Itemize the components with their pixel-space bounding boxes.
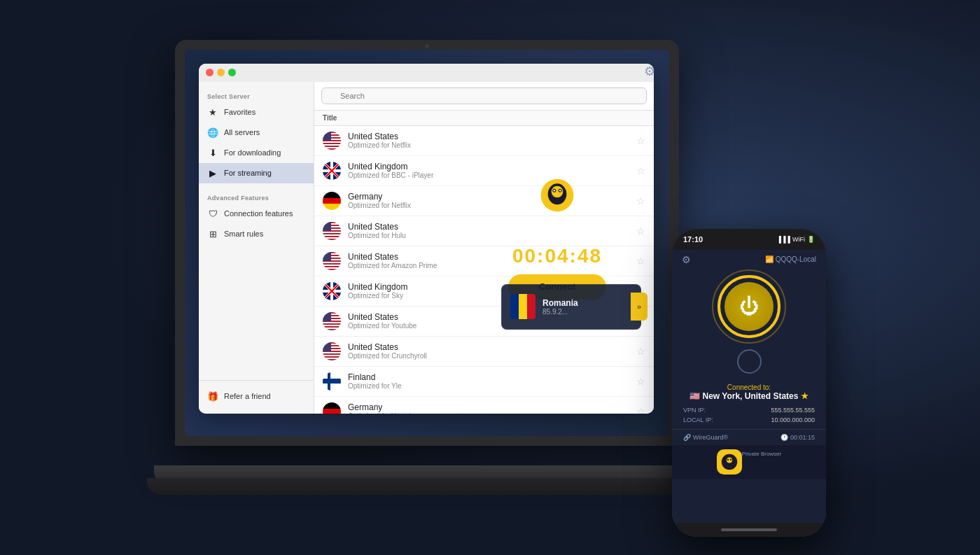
vpn-ip-label: VPN IP: [683,407,706,414]
phone-power-circle: ⏻ [718,275,780,338]
sidebar-label-favorites: Favorites [224,108,255,116]
flag-us [323,252,341,270]
battery-icon: 🔋 [807,236,815,243]
conn-time-value: 00:01:15 [790,434,815,441]
location-text: New York, United States [703,391,799,401]
vpn-status-panel: ⚙ VPN connected! 00:04:48 Connect [459,64,655,414]
laptop-screen-inner: Select Server ★ Favorites 🌐 All servers … [185,50,669,436]
phone-wireguard: 🔗 WireGuard® [683,434,728,441]
phone-power-button[interactable]: ⏻ [724,282,774,331]
phone-screen: ⚙ 📶 QQQQ-Local ⏻ [672,250,826,523]
minimize-button[interactable] [217,69,225,76]
advanced-section-label: Advanced Features [199,190,314,204]
clock-icon: 🕐 [780,434,788,441]
flag-us [323,132,341,150]
phone-top-bar: ⚙ 📶 QQQQ-Local [672,250,826,269]
vpn-connected-text: VPN connected! [498,220,617,238]
play-icon: ▶ [207,168,218,178]
sidebar-label-for-downloading: For downloading [224,148,281,157]
gear-icon[interactable]: ⚙ [644,64,655,79]
sidebar-label-refer-friend: Refer a friend [224,392,271,400]
wifi-signal-icon: 📶 [765,255,774,263]
romania-flag [510,294,536,319]
expand-button[interactable]: » [631,293,648,321]
vpn-ip-section: VPN IP: 555.555.55.555 LOCAL IP: 10.000.… [672,401,826,429]
phone-device: 17:10 ▐▐▐ WiFi 🔋 ⚙ 📶 QQQQ-Local [672,229,826,537]
cyberghost-phone-icon[interactable] [717,449,742,475]
svg-point-9 [727,458,729,460]
favorite-star: ★ [801,391,808,401]
romania-ip: 85.9.2... [542,308,578,316]
close-button[interactable] [206,69,214,76]
sidebar-item-refer-friend[interactable]: 🎁 Refer a friend [199,386,314,407]
cyberghost-logo [540,178,575,213]
sidebar-label-smart-rules: Smart rules [224,230,263,238]
sidebar-item-all-servers[interactable]: 🌐 All servers [199,122,314,143]
home-indicator [721,528,777,531]
phone-status-icons: ▐▐▐ WiFi 🔋 [777,236,815,243]
romania-name: Romania [542,298,578,308]
local-ip-row: LOCAL IP: 10.000.000.000 [683,416,815,423]
flag-us [323,312,341,330]
wireguard-label: WireGuard® [693,434,728,441]
laptop-screen-outer: Select Server ★ Favorites 🌐 All servers … [175,40,679,446]
phone-notch-area: 17:10 ▐▐▐ WiFi 🔋 [672,229,826,250]
download-icon: ⬇ [207,148,218,158]
sidebar-item-favorites[interactable]: ★ Favorites [199,102,314,122]
svg-point-5 [554,190,556,192]
signal-icon: ▐▐▐ [777,236,790,243]
maximize-button[interactable] [228,69,236,76]
phone: 17:10 ▐▐▐ WiFi 🔋 ⚙ 📶 QQQQ-Local [672,229,826,537]
phone-conn-time: 🕐 00:01:15 [780,434,815,441]
globe-icon: 🌐 [207,127,218,138]
sidebar-item-smart-rules[interactable]: ⊞ Smart rules [199,224,314,244]
laptop-device: Select Server ★ Favorites 🌐 All servers … [154,40,826,516]
sidebar-item-for-streaming[interactable]: ▶ For streaming [199,163,314,183]
wifi-name: QQQQ-Local [776,255,816,263]
phone-home-bar [672,523,826,537]
svg-point-10 [730,458,732,460]
vpn-ip-value: 555.555.55.555 [771,407,815,414]
phone-time: 17:10 [683,235,703,244]
us-flag-emoji: 🇺🇸 [690,391,700,401]
flag-uk [323,162,341,180]
sidebar-label-all-servers: All servers [224,128,260,136]
connected-to-label: Connected to: [727,384,771,391]
flag-de [323,402,341,414]
star-icon: ★ [207,107,218,118]
local-ip-label: LOCAL IP: [683,416,713,423]
sidebar-bottom: 🎁 Refer a friend [199,380,314,407]
phone-footer: Private Browser [672,445,826,479]
sidebar-label-for-streaming: For streaming [224,169,272,177]
flag-blue [510,294,519,319]
phone-bottom-bar: 🔗 WireGuard® 🕐 00:01:15 [672,429,826,445]
phone-wifi-label: 📶 QQQQ-Local [765,255,816,263]
grid-icon: ⊞ [207,229,218,239]
romania-info: Romania 85.9.2... [542,298,578,316]
private-browser-label: Private Browser [742,451,781,475]
phone-gear-icon[interactable]: ⚙ [682,254,691,265]
cyberghost-phone-logo [721,454,738,470]
svg-point-6 [559,190,561,192]
connected-location: 🇺🇸 New York, United States ★ [690,391,809,401]
flag-yellow [519,294,527,319]
vpn-ip-row: VPN IP: 555.555.55.555 [683,407,815,414]
laptop: Select Server ★ Favorites 🌐 All servers … [154,40,700,516]
romania-card: Romania 85.9.2... » [501,284,641,330]
flag-us [323,342,341,360]
local-ip-value: 10.000.000.000 [771,416,815,423]
wireguard-icon: 🔗 [683,434,691,441]
flag-de [323,192,341,210]
sidebar-item-for-downloading[interactable]: ⬇ For downloading [199,143,314,163]
sidebar-label-connection-features: Connection features [224,209,293,218]
flag-fi [323,372,341,391]
flag-us [323,222,341,240]
webcam [425,44,429,48]
traffic-lights [206,69,236,76]
sidebar-section-label: Select Server [199,89,314,102]
gift-icon: 🎁 [207,391,218,402]
sidebar-item-connection-features[interactable]: 🛡 Connection features [199,204,314,224]
laptop-foot [147,478,707,495]
phone-power-circle-outer: ⏻ [712,269,786,344]
power-icon: ⏻ [739,295,759,318]
